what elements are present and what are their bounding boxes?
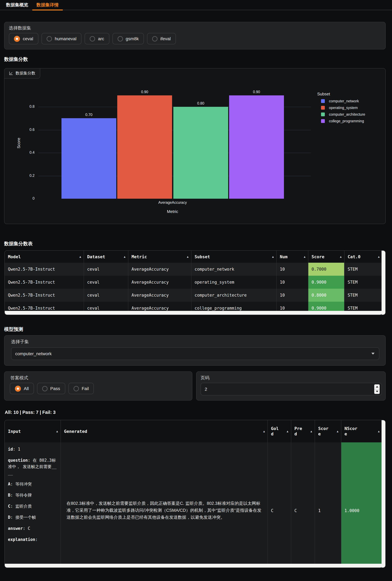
- dataset-option-ifeval[interactable]: ifeval: [147, 33, 176, 44]
- arrow-up-icon[interactable]: [374, 384, 380, 389]
- y-tick-label: 0.6: [16, 128, 34, 131]
- legend-swatch: [321, 119, 325, 123]
- dataset-option-ceval[interactable]: ceval: [9, 33, 38, 44]
- answer-mode-panel: 答案模式 AllPassFail: [4, 372, 192, 400]
- sort-ascending-icon[interactable]: ▲: [56, 430, 58, 433]
- bar-operating_system[interactable]: [117, 96, 172, 199]
- column-header-num[interactable]: Num▲: [277, 251, 308, 263]
- dataset-option-gsm8k[interactable]: gsm8k: [112, 33, 144, 44]
- legend-item-computer_network[interactable]: computer_network: [321, 99, 359, 103]
- scores-table-title: 数据集分数表: [4, 241, 33, 247]
- table-cell: Qwen2.5-7B-Instruct: [5, 289, 84, 302]
- sort-ascending-icon[interactable]: ▲: [187, 255, 188, 258]
- vertical-scrollbar[interactable]: [382, 251, 385, 315]
- score-chart-panel: 数据集分数 00.20.40.60.80.700.900.800.90Avera…: [4, 68, 386, 224]
- legend-item-college_programming[interactable]: college_programming: [321, 119, 364, 123]
- table-row: Qwen2.5-7B-InstructcevalAverageAccuracyc…: [5, 263, 382, 276]
- score-chart-tab-label: 数据集分数: [16, 71, 35, 76]
- input-field-line: C: 监听介质: [8, 503, 57, 510]
- bar-value-label: 0.90: [229, 90, 284, 94]
- sort-ascending-icon[interactable]: ▲: [80, 255, 81, 258]
- sort-ascending-icon[interactable]: ▲: [378, 255, 380, 258]
- column-header-label: Gold: [271, 426, 280, 437]
- table-cell: computer_network: [192, 263, 277, 276]
- page-number-value: 2: [205, 386, 207, 392]
- bar-computer_architecture[interactable]: [173, 107, 228, 199]
- legend-swatch: [321, 112, 325, 116]
- sort-ascending-icon[interactable]: ▲: [272, 255, 274, 258]
- radio-icon: [118, 36, 123, 41]
- input-field-line: B: 等待令牌: [8, 492, 57, 498]
- x-axis-title: Metric: [62, 209, 284, 214]
- column-header-metric[interactable]: Metric▲: [128, 251, 192, 263]
- sort-ascending-icon[interactable]: ▲: [287, 430, 288, 433]
- legend-item-operating_system[interactable]: operating_system: [321, 106, 358, 110]
- predictions-table: Input▲Generated▲Gold▲Pred▲Score▲NScore▲i…: [4, 420, 386, 568]
- column-header-gold[interactable]: Gold▲: [268, 420, 291, 442]
- dataset-option-label: arc: [98, 36, 104, 41]
- dataset-option-label: humaneval: [55, 36, 76, 41]
- legend-label: operating_system: [329, 106, 358, 110]
- radio-icon: [46, 36, 52, 41]
- column-header-label: Metric: [132, 254, 147, 259]
- table-cell: STEM: [344, 289, 382, 302]
- legend-item-computer_architecture[interactable]: computer_architecture: [321, 112, 365, 116]
- legend-label: computer_network: [329, 99, 359, 103]
- x-tick-label: AverageAccuracy: [62, 200, 284, 204]
- input-field-line: D: 接受一个帧: [8, 514, 57, 521]
- column-header-label: Pred: [294, 426, 304, 437]
- answer-mode-option-all[interactable]: All: [10, 383, 34, 394]
- bar-value-label: 0.70: [62, 113, 116, 117]
- sort-ascending-icon[interactable]: ▲: [304, 255, 306, 258]
- arrow-down-icon[interactable]: [374, 389, 380, 394]
- dataset-option-humaneval[interactable]: humaneval: [41, 33, 82, 44]
- column-header-cat-0[interactable]: Cat.0▲: [344, 251, 382, 263]
- input-field-line: answer: C: [8, 526, 57, 532]
- dataset-option-arc[interactable]: arc: [84, 33, 109, 44]
- answer-mode-option-fail[interactable]: Fail: [68, 383, 94, 394]
- table-cell: ceval: [84, 276, 128, 289]
- bar-value-label: 0.80: [173, 102, 228, 105]
- table-cell: ceval: [84, 289, 128, 302]
- subset-dropdown[interactable]: computer_network: [11, 347, 379, 360]
- dataset-picker-panel: 选择数据集 cevalhumanevalarcgsm8kifeval: [4, 22, 386, 50]
- page-number-input[interactable]: 2: [200, 383, 382, 396]
- column-header-generated[interactable]: Generated▲: [61, 420, 268, 442]
- sort-ascending-icon[interactable]: ▲: [310, 430, 312, 433]
- column-header-label: Dataset: [87, 254, 105, 259]
- scores-table: Model▲Dataset▲Metric▲Subset▲Num▲Score▲Ca…: [4, 250, 386, 315]
- sort-ascending-icon[interactable]: ▲: [340, 255, 342, 258]
- sort-ascending-icon[interactable]: ▲: [337, 430, 338, 433]
- input-field-line: explanation:: [8, 536, 57, 543]
- bar-computer_network[interactable]: [62, 118, 116, 199]
- sort-ascending-icon[interactable]: ▲: [124, 255, 126, 258]
- input-field-line: id: 1: [8, 446, 57, 452]
- vertical-scrollbar[interactable]: [382, 420, 385, 568]
- answer-mode-option-pass[interactable]: Pass: [37, 383, 65, 394]
- column-header-pred[interactable]: Pred▲: [291, 420, 315, 442]
- legend-title: Subset: [317, 92, 330, 96]
- bar-college_programming[interactable]: [229, 96, 284, 199]
- horizontal-scrollbar[interactable]: [5, 564, 382, 568]
- tab-dataset-detail[interactable]: 数据集详情: [32, 0, 63, 10]
- column-header-score[interactable]: Score▲: [315, 420, 341, 442]
- table-cell: Qwen2.5-7B-Instruct: [5, 276, 84, 289]
- table-cell: STEM: [344, 276, 382, 289]
- sort-ascending-icon[interactable]: ▲: [263, 430, 265, 433]
- column-header-nscore[interactable]: NScore▲: [341, 420, 382, 442]
- sort-ascending-icon[interactable]: ▲: [378, 430, 380, 433]
- column-header-score[interactable]: Score▲: [308, 251, 344, 263]
- tab-dataset-overview[interactable]: 数据集概览: [2, 0, 32, 10]
- subset-picker-panel: 选择子集 computer_network: [4, 335, 386, 366]
- nscore-cell: 1.0000: [341, 442, 382, 568]
- column-header-model[interactable]: Model▲: [5, 251, 84, 263]
- horizontal-scrollbar[interactable]: [5, 311, 382, 315]
- number-spinner[interactable]: [374, 384, 380, 394]
- column-header-subset[interactable]: Subset▲: [192, 251, 277, 263]
- page-number-panel: 页码 2: [196, 372, 386, 400]
- column-header-input[interactable]: Input▲: [5, 420, 61, 442]
- column-header-dataset[interactable]: Dataset▲: [84, 251, 128, 263]
- table-cell: 10: [277, 276, 308, 289]
- score-chart-tab[interactable]: 数据集分数: [4, 68, 40, 78]
- input-cell: id: 1question: 在 802.3标准中， 发送帧之前需要____A:…: [5, 442, 61, 568]
